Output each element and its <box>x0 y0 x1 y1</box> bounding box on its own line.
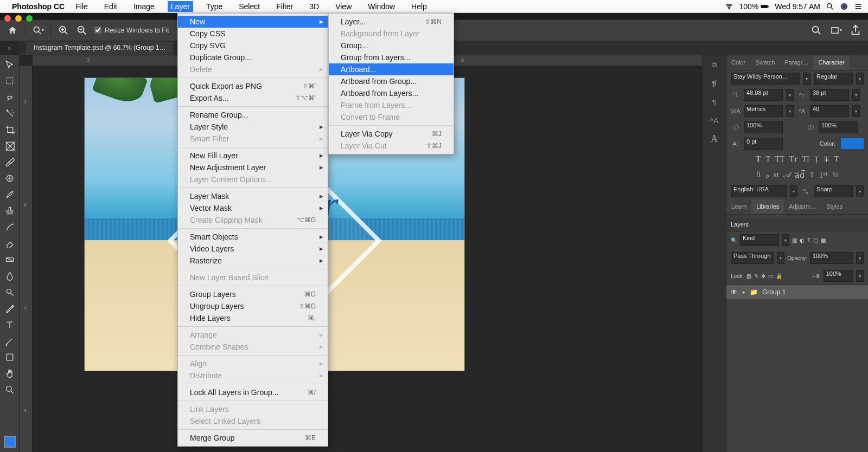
menu-3d[interactable]: 3D <box>306 1 322 12</box>
histogram-icon[interactable]: ⧉ <box>708 59 721 72</box>
visibility-icon[interactable]: 👁 <box>731 288 738 296</box>
stamp-tool[interactable] <box>3 204 17 218</box>
antialiasing-select[interactable]: Sharp <box>814 185 853 197</box>
color-swatch[interactable] <box>3 435 17 449</box>
vscale-input[interactable]: 100% <box>744 121 783 133</box>
pen-tool[interactable] <box>3 301 17 315</box>
menu-filter[interactable]: Filter <box>273 1 296 12</box>
dodge-tool[interactable] <box>3 285 17 299</box>
leading-input[interactable]: 38 pt <box>810 89 849 101</box>
font-family-select[interactable]: Stay Wildy Person… <box>731 73 800 85</box>
move-tool[interactable] <box>3 57 17 72</box>
resize-windows-checkbox[interactable]: Resize Windows to Fit <box>94 27 169 34</box>
menu-item-ungroup-layers[interactable]: Ungroup Layers⇧⌘G <box>178 300 328 312</box>
text-color-swatch[interactable] <box>841 138 864 149</box>
menu-item-layer-style[interactable]: Layer Style <box>178 121 328 133</box>
workspace-switcher-icon[interactable]: ▾ <box>830 24 842 36</box>
menu-item-rasterize[interactable]: Rasterize <box>178 255 328 267</box>
menu-item-export-as-[interactable]: Export As...⇧⌥⌘' <box>178 92 328 104</box>
crop-tool[interactable] <box>3 122 17 137</box>
menu-item-artboard-from-layers-[interactable]: Artboard from Layers... <box>329 87 454 99</box>
language-select[interactable]: English: USA <box>731 185 787 197</box>
lock-all-icon[interactable]: 🔒 <box>776 273 782 279</box>
paragraph-icon[interactable]: ¶ <box>708 95 721 108</box>
eyedrop-tool[interactable] <box>3 155 17 169</box>
menu-item-video-layers[interactable]: Video Layers <box>178 243 328 255</box>
glyphs-icon[interactable]: ❡ <box>708 77 721 90</box>
lock-position-icon[interactable]: ✥ <box>761 273 765 279</box>
home-icon[interactable] <box>7 24 18 36</box>
minimize-window[interactable] <box>15 15 22 22</box>
character-panel-icon[interactable]: ᴬA <box>708 114 721 127</box>
panel-tab-learn[interactable]: Learn <box>726 199 751 214</box>
menu-layer[interactable]: Layer <box>168 1 193 12</box>
panel-tab-styles[interactable]: Styles <box>821 199 847 214</box>
menu-item-artboard-from-group-[interactable]: Artboard from Group... <box>329 75 454 87</box>
gradient-tool[interactable] <box>3 253 17 267</box>
document-tab[interactable]: Instagram Template.psd @ 66.7% (Group 1… <box>26 42 173 55</box>
menu-item-new-adjustment-layer[interactable]: New Adjustment Layer <box>178 162 328 173</box>
frame-tool[interactable] <box>3 139 17 153</box>
menu-item-layer-via-copy[interactable]: Layer Via Copy⌘J <box>329 128 454 140</box>
font-size-input[interactable]: 48.08 pt <box>744 89 783 101</box>
opacity-input[interactable]: 100% <box>810 252 853 264</box>
fill-input[interactable]: 100% <box>824 270 853 282</box>
brush-tool[interactable] <box>3 188 17 202</box>
menu-window[interactable]: Window <box>365 1 398 12</box>
menu-extras-icon[interactable] <box>854 2 863 11</box>
app-name[interactable]: Photoshop CC <box>12 2 65 11</box>
kerning-select[interactable]: Metrics <box>744 105 783 117</box>
panel-tab-character[interactable]: Character <box>813 55 849 70</box>
history-tool[interactable] <box>3 220 17 234</box>
zoom-window[interactable] <box>26 15 33 22</box>
menu-item-group-[interactable]: Group... <box>329 40 454 51</box>
filter-shape-icon[interactable]: ▢ <box>813 237 818 243</box>
zoom-tool-icon[interactable]: ▾ <box>32 24 44 36</box>
menu-item-quick-export-as-png[interactable]: Quick Export as PNG⇧⌘' <box>178 80 328 92</box>
menu-select[interactable]: Select <box>235 1 263 12</box>
eraser-tool[interactable] <box>3 236 17 250</box>
shape-tool[interactable] <box>3 350 17 364</box>
zoom-tool[interactable] <box>3 383 17 397</box>
filter-type-icon[interactable]: T <box>807 237 810 243</box>
menu-help[interactable]: Help <box>408 1 430 12</box>
zoom-in-icon[interactable] <box>58 24 69 36</box>
hscale-input[interactable]: 100% <box>819 121 858 133</box>
menu-view[interactable]: View <box>332 1 355 12</box>
expand-icon[interactable]: ▸ <box>743 289 745 295</box>
lasso-tool[interactable] <box>3 90 17 104</box>
panel-tab-swatch[interactable]: Swatch <box>750 55 780 70</box>
menu-item-copy-css[interactable]: Copy CSS <box>178 28 328 40</box>
clock[interactable]: Wed 9:57 AM <box>775 2 820 11</box>
panel-tab-adjustm…[interactable]: Adjustm… <box>784 199 821 214</box>
filter-adj-icon[interactable]: ◐ <box>800 237 805 243</box>
panel-tab-paragr…[interactable]: Paragr… <box>780 55 813 70</box>
menu-item-layer-[interactable]: Layer...⇧⌘N <box>329 16 454 28</box>
menu-item-artboard-[interactable]: Artboard... <box>329 63 454 75</box>
menu-item-layer-mask[interactable]: Layer Mask <box>178 190 328 202</box>
menu-type[interactable]: Type <box>203 1 226 12</box>
wand-tool[interactable] <box>3 106 17 120</box>
menu-file[interactable]: File <box>72 1 91 12</box>
path-tool[interactable] <box>3 334 17 348</box>
tab-expand-icon[interactable]: » <box>0 41 18 55</box>
font-style-select[interactable]: Regular <box>814 73 853 85</box>
filter-pixel-icon[interactable]: ▨ <box>792 237 797 243</box>
lock-pixels-icon[interactable]: ✎ <box>754 273 758 279</box>
baseline-input[interactable]: 0 pt <box>744 138 783 150</box>
share-icon[interactable] <box>850 24 861 36</box>
lock-transparent-icon[interactable]: ▨ <box>746 273 751 279</box>
menu-item-new[interactable]: New <box>178 16 328 28</box>
zoom-out-icon[interactable] <box>76 24 88 36</box>
marquee-tool[interactable] <box>3 74 17 88</box>
menu-item-new-fill-layer[interactable]: New Fill Layer <box>178 150 328 162</box>
menu-item-smart-objects[interactable]: Smart Objects <box>178 231 328 243</box>
menu-edit[interactable]: Edit <box>101 1 120 12</box>
search-icon[interactable] <box>810 24 822 36</box>
menu-item-vector-mask[interactable]: Vector Mask <box>178 202 328 214</box>
siri-icon[interactable] <box>840 2 848 11</box>
tracking-input[interactable]: 40 <box>810 105 849 117</box>
wifi-icon[interactable] <box>725 2 733 11</box>
layer-filter-kind[interactable]: Kind <box>740 234 779 246</box>
spotlight-icon[interactable] <box>826 2 834 11</box>
